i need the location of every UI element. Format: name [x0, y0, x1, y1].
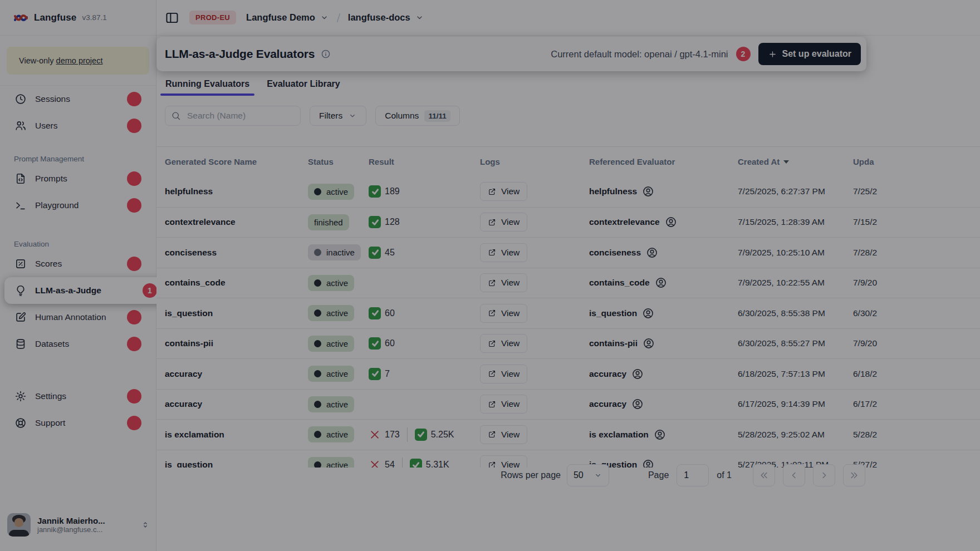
last-page-button[interactable]: [843, 464, 865, 486]
view-logs-button[interactable]: View: [480, 213, 527, 232]
sidebar-item-support[interactable]: Support: [0, 410, 156, 436]
status-dot: [314, 461, 321, 468]
check-mark-icon: [369, 337, 381, 350]
tab-evaluator-library[interactable]: Evaluator Library: [262, 72, 345, 96]
search-input[interactable]: [186, 110, 295, 121]
table-body: helpfulness active 189 View helpfulness: [156, 176, 980, 468]
columns-button[interactable]: Columns 11/11: [375, 106, 459, 126]
search-box[interactable]: [165, 106, 301, 126]
view-logs-button[interactable]: View: [480, 304, 527, 323]
chevron-down-icon: [320, 13, 329, 22]
table-row: accuracy active View accuracy 6/17/2025,…: [156, 389, 980, 420]
user-circle-icon: [631, 368, 644, 380]
project-switcher[interactable]: langfuse-docs: [348, 12, 424, 23]
tour-step-1-badge: [127, 310, 141, 324]
langfuse-logo-icon: [13, 11, 28, 24]
rows-per-page-value: 50: [574, 470, 584, 480]
main-content: LLM-as-a-Judge Evaluators Current defaul…: [156, 36, 980, 551]
next-page-button[interactable]: [813, 464, 835, 486]
first-page-button[interactable]: [753, 464, 775, 486]
view-logs-button[interactable]: View: [480, 425, 527, 444]
sidebar-brand-row: Langfuse v3.87.1: [0, 0, 156, 36]
sidebar-item-human-annotation[interactable]: Human Annotation: [0, 304, 156, 331]
set-up-evaluator-label: Set up evaluator: [782, 49, 851, 59]
page-label: Page: [648, 470, 669, 480]
table-row: contains_code active View contains_code …: [156, 268, 980, 298]
chevron-left-icon: [789, 470, 799, 480]
sidebar-item-scores[interactable]: Scores: [0, 250, 156, 277]
chevron-right-icon: [819, 470, 829, 480]
referenced-evaluator-name: accuracy: [589, 399, 626, 409]
tour-step-1-badge: 1: [143, 283, 157, 298]
search-icon: [171, 111, 181, 121]
status-badge: active: [308, 457, 354, 468]
tab-running-evaluators[interactable]: Running Evaluators: [160, 72, 254, 96]
sidebar-item-llm-as-a-judge[interactable]: LLM-as-a-Judge 1: [4, 277, 171, 304]
view-only-banner[interactable]: View-only demo project: [7, 47, 149, 75]
status-dot: [314, 401, 321, 408]
column-header-created-at[interactable]: Created At: [738, 157, 853, 166]
tour-step-1-badge: [127, 92, 141, 106]
updated-at-cell: 6/18/2: [853, 369, 980, 379]
view-logs-button[interactable]: View: [480, 395, 527, 414]
set-up-evaluator-button[interactable]: Set up evaluator: [758, 43, 861, 65]
demo-project-link[interactable]: demo project: [56, 56, 103, 65]
info-icon[interactable]: [321, 49, 331, 59]
sidebar-item-users[interactable]: Users: [0, 112, 156, 139]
tour-step-1-badge: [127, 198, 141, 213]
external-link-icon: [488, 309, 496, 317]
column-header-result[interactable]: Result: [369, 157, 480, 166]
check-mark-icon: [410, 459, 422, 468]
sidebar-footer-nav: Settings Support: [0, 383, 156, 436]
previous-page-button[interactable]: [783, 464, 805, 486]
sidebar-item-settings[interactable]: Settings: [0, 383, 156, 410]
referenced-evaluator-name: conciseness: [589, 248, 641, 258]
user-menu[interactable]: Jannik Maierho... jannik@langfuse.c...: [7, 513, 150, 537]
gear-icon: [14, 390, 27, 402]
sidebar-item-prompts[interactable]: Prompts: [0, 165, 156, 192]
org-switcher[interactable]: Langfuse Demo: [246, 12, 329, 23]
tour-step-1-badge: [127, 416, 141, 430]
filters-label: Filters: [319, 111, 342, 121]
view-logs-button[interactable]: View: [480, 243, 527, 262]
column-header-referenced-evaluator[interactable]: Referenced Evaluator: [589, 157, 738, 166]
referenced-evaluator-name: contextrelevance: [589, 217, 660, 227]
view-logs-button[interactable]: View: [480, 334, 527, 353]
tour-step-1-badge: [127, 171, 141, 186]
user-circle-icon: [654, 429, 666, 441]
external-link-icon: [488, 340, 496, 348]
sidebar-toggle-button[interactable]: [165, 11, 179, 25]
status-dot: [314, 188, 321, 195]
updated-at-cell: 7/9/20: [853, 278, 980, 288]
column-header-logs[interactable]: Logs: [480, 157, 589, 166]
tour-step-2-badge: 2: [736, 47, 751, 61]
rows-per-page-select[interactable]: 50: [567, 464, 609, 486]
sidebar-item-datasets[interactable]: Datasets: [0, 331, 156, 357]
column-header-status[interactable]: Status: [308, 157, 369, 166]
view-logs-button[interactable]: View: [480, 182, 527, 201]
check-mark-icon: [369, 247, 381, 259]
table-row: accuracy active 7 View accuracy 6/18: [156, 358, 980, 389]
breadcrumb-separator: [332, 12, 345, 24]
sort-desc-icon: [783, 160, 789, 164]
view-logs-button[interactable]: View: [480, 273, 527, 292]
user-circle-icon: [665, 216, 677, 228]
cross-mark-icon: [369, 459, 381, 468]
check-mark-icon: [369, 216, 381, 228]
user-circle-icon: [642, 185, 654, 198]
created-at-cell: 6/30/2025, 8:55:27 PM: [738, 338, 853, 348]
project-name: langfuse-docs: [348, 12, 410, 23]
generated-score-name: conciseness: [165, 248, 217, 257]
database-icon: [14, 338, 27, 350]
sidebar-item-playground[interactable]: Playground: [0, 192, 156, 219]
column-header-generated-score-name[interactable]: Generated Score Name: [165, 157, 308, 166]
referenced-evaluator-name: contains-pii: [589, 338, 638, 348]
filters-button[interactable]: Filters: [310, 106, 366, 126]
view-logs-button[interactable]: View: [480, 365, 527, 383]
referenced-evaluator-name: accuracy: [589, 369, 626, 379]
tour-step-1-badge: [127, 337, 141, 351]
column-header-upda[interactable]: Upda: [853, 157, 980, 166]
page-number-input[interactable]: [677, 464, 709, 486]
created-at-cell: 6/17/2025, 9:14:39 PM: [738, 399, 853, 409]
sidebar-item-sessions[interactable]: Sessions: [0, 86, 156, 112]
